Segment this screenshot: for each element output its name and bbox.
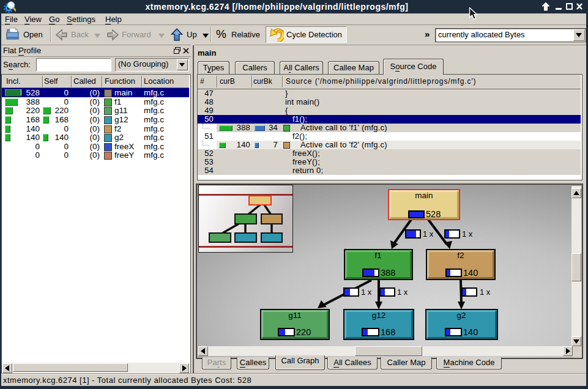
svg-text:140: 140 xyxy=(463,327,478,337)
svg-text:1 x: 1 x xyxy=(462,229,473,239)
svg-text:g2: g2 xyxy=(456,311,466,320)
svg-text:1 x: 1 x xyxy=(361,287,372,297)
svg-text:f2: f2 xyxy=(457,251,464,260)
svg-text:528: 528 xyxy=(426,209,441,219)
svg-text:388: 388 xyxy=(381,268,395,278)
svg-text:168: 168 xyxy=(381,327,395,337)
svg-text:f1: f1 xyxy=(374,251,381,260)
svg-text:1 x: 1 x xyxy=(423,229,434,239)
svg-text:g12: g12 xyxy=(372,311,386,320)
svg-text:220: 220 xyxy=(296,327,311,337)
svg-text:g11: g11 xyxy=(288,311,302,320)
svg-text:140: 140 xyxy=(463,268,478,278)
svg-text:1 x: 1 x xyxy=(480,287,491,297)
svg-text:1 x: 1 x xyxy=(397,287,408,297)
svg-text:main: main xyxy=(415,191,433,200)
